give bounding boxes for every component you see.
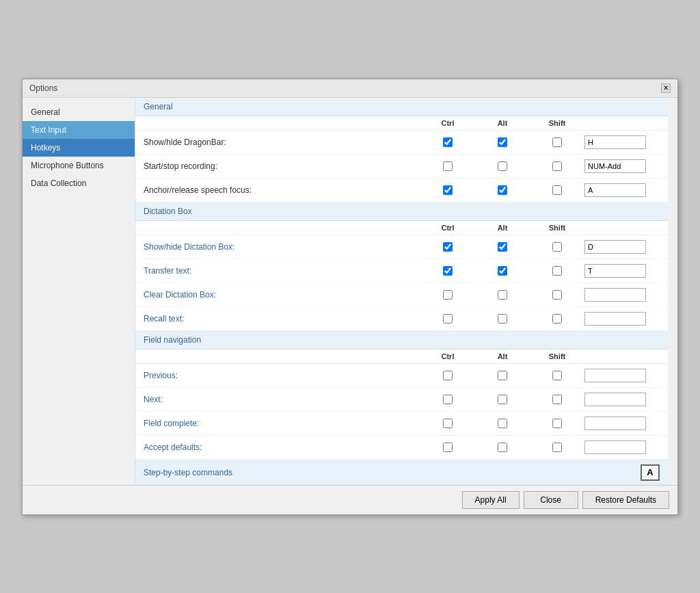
row-next: Next: bbox=[135, 388, 668, 412]
next-shift[interactable] bbox=[530, 395, 584, 404]
accept-ctrl[interactable] bbox=[420, 443, 475, 452]
field-complete-key[interactable] bbox=[584, 417, 646, 430]
show-hide-dict-key[interactable] bbox=[584, 240, 646, 254]
clear-shift[interactable] bbox=[530, 290, 584, 300]
sidebar-item-microphone-buttons[interactable]: Microphone Buttons bbox=[23, 157, 135, 174]
dictation-section-header: Dictation Box bbox=[135, 202, 668, 221]
shift-header-1: Shift bbox=[530, 224, 584, 232]
row-anchor-release: Anchor/release speech focus: bbox=[135, 179, 668, 202]
start-stop-recording-label: Start/stop recording: bbox=[144, 161, 420, 171]
next-label: Next: bbox=[144, 395, 420, 404]
alt-header-0: Alt bbox=[475, 119, 530, 127]
show-hide-dict-alt[interactable] bbox=[475, 242, 530, 252]
close-icon[interactable]: ✕ bbox=[661, 83, 671, 93]
main-content: General Text Input Hotkeys Microphone Bu… bbox=[23, 98, 677, 485]
previous-shift[interactable] bbox=[530, 371, 584, 380]
recall-text-label: Recall text: bbox=[144, 314, 420, 324]
apply-all-button[interactable]: Apply All bbox=[462, 491, 520, 509]
start-stop-key[interactable] bbox=[584, 159, 646, 173]
content-area: General Ctrl Alt Shift Show/hide DragonB… bbox=[135, 98, 677, 485]
previous-key[interactable] bbox=[584, 369, 646, 382]
ctrl-header-0: Ctrl bbox=[420, 119, 475, 127]
show-hide-dictation-label: Show/hide Dictation Box: bbox=[144, 242, 420, 252]
shift-header-2: Shift bbox=[530, 352, 584, 360]
start-stop-alt[interactable] bbox=[475, 161, 530, 171]
clear-ctrl[interactable] bbox=[420, 290, 475, 300]
general-section-header: General bbox=[135, 98, 668, 116]
transfer-key[interactable] bbox=[584, 264, 646, 278]
shift-header-0: Shift bbox=[530, 119, 584, 127]
sidebar-item-data-collection[interactable]: Data Collection bbox=[23, 174, 135, 192]
recall-alt[interactable] bbox=[475, 314, 530, 324]
general-col-headers: Ctrl Alt Shift bbox=[135, 116, 668, 131]
show-hide-dragonbar-key[interactable] bbox=[584, 135, 646, 149]
close-button[interactable]: Close bbox=[524, 491, 578, 509]
accept-defaults-label: Accept defaults: bbox=[144, 443, 420, 452]
row-recall-text: Recall text: bbox=[135, 307, 668, 331]
anchor-alt[interactable] bbox=[475, 185, 530, 195]
show-hide-dict-ctrl[interactable] bbox=[420, 242, 475, 252]
show-hide-dragonbar-alt[interactable] bbox=[475, 137, 530, 147]
restore-defaults-button[interactable]: Restore Defaults bbox=[582, 491, 669, 509]
accept-shift[interactable] bbox=[530, 443, 584, 452]
sidebar-item-general[interactable]: General bbox=[23, 103, 135, 121]
show-hide-dict-shift[interactable] bbox=[530, 242, 584, 252]
anchor-shift[interactable] bbox=[530, 185, 584, 195]
step-by-step-label: Step-by-step commands bbox=[144, 468, 232, 477]
hotkeys-content: General Ctrl Alt Shift Show/hide DragonB… bbox=[135, 98, 668, 485]
anchor-key[interactable] bbox=[584, 183, 646, 197]
row-accept-defaults: Accept defaults: bbox=[135, 436, 668, 460]
title-bar: Options ✕ bbox=[23, 79, 677, 98]
row-clear-dictation: Clear Dictation Box: bbox=[135, 283, 668, 307]
a-button[interactable]: A bbox=[641, 464, 660, 481]
transfer-ctrl[interactable] bbox=[420, 266, 475, 276]
recall-ctrl[interactable] bbox=[420, 314, 475, 324]
field-complete-shift[interactable] bbox=[530, 419, 584, 428]
clear-alt[interactable] bbox=[475, 290, 530, 300]
row-start-stop-recording: Start/stop recording: bbox=[135, 155, 668, 179]
field-complete-ctrl[interactable] bbox=[420, 419, 475, 428]
field-nav-section-header: Field navigation bbox=[135, 331, 668, 350]
step-by-step-row: Step-by-step commands A bbox=[135, 460, 668, 485]
footer: Apply All Close Restore Defaults bbox=[23, 485, 677, 514]
accept-key[interactable] bbox=[584, 440, 646, 454]
show-hide-dragonbar-ctrl[interactable] bbox=[420, 137, 475, 147]
recall-shift[interactable] bbox=[530, 314, 584, 324]
accept-alt[interactable] bbox=[475, 443, 530, 452]
previous-ctrl[interactable] bbox=[420, 371, 475, 380]
sidebar: General Text Input Hotkeys Microphone Bu… bbox=[23, 98, 135, 485]
anchor-release-label: Anchor/release speech focus: bbox=[144, 185, 420, 195]
previous-label: Previous: bbox=[144, 371, 420, 380]
transfer-alt[interactable] bbox=[475, 266, 530, 276]
transfer-text-label: Transfer text: bbox=[144, 266, 420, 276]
field-complete-label: Field complete: bbox=[144, 419, 420, 428]
next-ctrl[interactable] bbox=[420, 395, 475, 404]
window-title: Options bbox=[29, 83, 57, 93]
show-hide-dragonbar-label: Show/hide DragonBar: bbox=[144, 137, 420, 147]
recall-key[interactable] bbox=[584, 312, 646, 326]
clear-dictation-label: Clear Dictation Box: bbox=[144, 290, 420, 300]
show-hide-dragonbar-shift[interactable] bbox=[530, 137, 584, 147]
row-field-complete: Field complete: bbox=[135, 412, 668, 436]
transfer-shift[interactable] bbox=[530, 266, 584, 276]
options-window: Options ✕ General Text Input Hotkeys Mic… bbox=[22, 79, 678, 515]
sidebar-item-text-input[interactable]: Text Input bbox=[23, 121, 135, 139]
dictation-col-headers: Ctrl Alt Shift bbox=[135, 221, 668, 235]
anchor-ctrl[interactable] bbox=[420, 185, 475, 195]
field-complete-alt[interactable] bbox=[475, 419, 530, 428]
start-stop-ctrl[interactable] bbox=[420, 161, 475, 171]
ctrl-header-2: Ctrl bbox=[420, 352, 475, 360]
row-transfer-text: Transfer text: bbox=[135, 259, 668, 283]
next-alt[interactable] bbox=[475, 395, 530, 404]
row-show-hide-dragonbar: Show/hide DragonBar: bbox=[135, 131, 668, 155]
clear-key[interactable] bbox=[584, 288, 646, 302]
ctrl-header-1: Ctrl bbox=[420, 224, 475, 232]
previous-alt[interactable] bbox=[475, 371, 530, 380]
row-previous: Previous: bbox=[135, 364, 668, 388]
field-nav-col-headers: Ctrl Alt Shift bbox=[135, 350, 668, 364]
alt-header-2: Alt bbox=[475, 352, 530, 360]
next-key[interactable] bbox=[584, 393, 646, 406]
sidebar-item-hotkeys[interactable]: Hotkeys bbox=[23, 139, 135, 157]
start-stop-shift[interactable] bbox=[530, 161, 584, 171]
alt-header-1: Alt bbox=[475, 224, 530, 232]
